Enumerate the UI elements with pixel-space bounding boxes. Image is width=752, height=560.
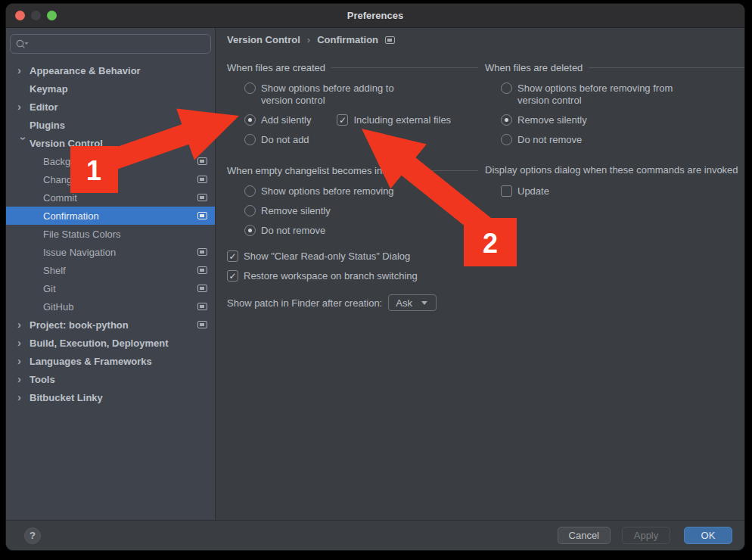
ok-button[interactable]: OK — [684, 527, 732, 544]
traffic-lights — [15, 11, 57, 20]
radio-selected-icon — [501, 114, 512, 126]
monitor-icon — [385, 36, 395, 44]
chevron-right-icon[interactable]: › — [17, 319, 30, 330]
sidebar-item-background[interactable]: Background — [6, 152, 215, 170]
sidebar-item-version-control[interactable]: ›Version Control — [6, 134, 215, 152]
checkbox-including-external-files[interactable]: Including external files — [337, 114, 451, 126]
monitor-icon — [197, 303, 207, 310]
checkbox-checked-icon — [227, 250, 238, 262]
checkbox-checked-icon — [227, 270, 238, 282]
preferences-window: Preferences ›Appearance & Behavior›Keyma… — [5, 3, 745, 551]
sidebar-item-keymap[interactable]: ›Keymap — [6, 79, 215, 98]
sidebar-item-label: File Status Colors — [43, 229, 121, 240]
monitor-icon — [197, 212, 207, 219]
help-button[interactable]: ? — [24, 527, 41, 544]
minimize-window-button[interactable] — [31, 11, 41, 20]
radio-icon — [501, 134, 512, 145]
radio-add-silently[interactable]: Add silently — [244, 114, 311, 126]
chevron-right-icon[interactable]: › — [17, 64, 30, 76]
section-title: When files are created — [227, 62, 325, 73]
checkbox-restore-workspace[interactable]: Restore workspace on branch switching — [227, 270, 478, 282]
radio-icon — [244, 185, 256, 197]
section-divider — [331, 67, 478, 68]
settings-tree: ›Appearance & Behavior›Keymap›Editor›Plu… — [6, 60, 215, 520]
sidebar-item-label: Version Control — [30, 138, 103, 149]
titlebar: Preferences — [6, 4, 744, 28]
dropdown-value: Ask — [396, 297, 412, 309]
breadcrumb-version-control[interactable]: Version Control — [227, 34, 300, 45]
monitor-icon — [197, 321, 207, 328]
sidebar-item-plugins[interactable]: ›Plugins — [6, 116, 215, 134]
monitor-icon — [197, 194, 207, 201]
radio-icon — [244, 82, 256, 94]
sidebar-item-commit[interactable]: Commit — [6, 188, 215, 207]
settings-search-box[interactable] — [10, 34, 211, 54]
radio-do-not-add[interactable]: Do not add — [227, 134, 478, 146]
radio-show-options-before-removing[interactable]: Show options before removing — [227, 185, 478, 198]
radio-do-not-remove-deleted[interactable]: Do not remove — [485, 134, 744, 146]
radio-icon — [244, 134, 256, 145]
apply-button[interactable]: Apply — [622, 527, 670, 544]
monitor-icon — [197, 157, 207, 165]
sidebar-item-issue-navigation[interactable]: Issue Navigation — [6, 243, 215, 261]
zoom-window-button[interactable] — [47, 11, 57, 20]
sidebar-item-label: Git — [43, 283, 56, 294]
sidebar-item-label: Plugins — [30, 120, 65, 131]
sidebar-item-label: Background — [43, 156, 95, 167]
section-title: When empty changelist becomes inactive — [227, 165, 408, 176]
radio-remove-silently[interactable]: Remove silently — [227, 205, 478, 217]
section-divider — [589, 67, 744, 68]
breadcrumb-confirmation: Confirmation — [317, 34, 378, 45]
sidebar-item-label: Project: book-python — [30, 319, 129, 331]
chevron-down-icon[interactable]: › — [18, 136, 30, 148]
radio-show-options-before-adding[interactable]: Show options before adding to version co… — [227, 82, 478, 107]
sidebar-item-editor[interactable]: ›Editor — [6, 98, 215, 116]
sidebar-item-shelf[interactable]: Shelf — [6, 261, 215, 279]
sidebar-item-languages-frameworks[interactable]: ›Languages & Frameworks — [6, 352, 215, 370]
radio-do-not-remove[interactable]: Do not remove — [227, 225, 478, 237]
patch-dropdown[interactable]: Ask — [388, 294, 437, 311]
search-icon — [15, 39, 30, 50]
section-divider — [414, 170, 478, 171]
sidebar-item-label: Confirmation — [43, 210, 99, 222]
sidebar-item-build-execution-deployment[interactable]: ›Build, Execution, Deployment — [6, 334, 215, 352]
monitor-icon — [197, 266, 207, 274]
radio-icon — [501, 82, 512, 94]
checkbox-checked-icon — [337, 114, 348, 126]
breadcrumb-separator: › — [307, 34, 310, 45]
settings-sidebar: ›Appearance & Behavior›Keymap›Editor›Plu… — [6, 28, 216, 520]
checkbox-unchecked-icon — [501, 185, 512, 197]
sidebar-item-github[interactable]: GitHub — [6, 297, 215, 316]
radio-remove-silently-deleted[interactable]: Remove silently — [485, 114, 744, 126]
sidebar-item-confirmation[interactable]: Confirmation — [6, 207, 215, 225]
close-window-button[interactable] — [15, 11, 25, 20]
sidebar-item-label: Editor — [30, 101, 58, 113]
settings-right-column: When files are deleted Show options befo… — [485, 61, 744, 205]
sidebar-item-label: Commit — [43, 192, 77, 204]
chevron-right-icon[interactable]: › — [17, 101, 30, 112]
sidebar-item-changelists[interactable]: Changelists — [6, 170, 215, 188]
sidebar-item-project-book-python[interactable]: ›Project: book-python — [6, 316, 215, 334]
chevron-right-icon[interactable]: › — [17, 337, 30, 348]
radio-icon — [244, 205, 256, 216]
sidebar-item-label: Bitbucket Linky — [30, 392, 103, 403]
checkbox-update[interactable]: Update — [485, 185, 744, 198]
chevron-right-icon[interactable]: › — [17, 355, 30, 366]
sidebar-item-git[interactable]: Git — [6, 279, 215, 297]
sidebar-item-bitbucket-linky[interactable]: ›Bitbucket Linky — [6, 388, 215, 406]
chevron-right-icon[interactable]: › — [17, 391, 30, 403]
sidebar-item-tools[interactable]: ›Tools — [6, 370, 215, 388]
cancel-button[interactable]: Cancel — [558, 527, 611, 544]
sidebar-item-label: Build, Execution, Deployment — [30, 338, 168, 349]
chevron-right-icon[interactable]: › — [17, 373, 30, 384]
sidebar-item-appearance-behavior[interactable]: ›Appearance & Behavior — [6, 61, 215, 79]
settings-main-panel: Version Control › Confirmation When file… — [216, 28, 744, 520]
chevron-down-icon — [421, 301, 427, 305]
monitor-icon — [197, 248, 207, 256]
search-input[interactable] — [33, 39, 206, 50]
sidebar-item-label: Appearance & Behavior — [30, 65, 141, 76]
checkbox-show-clear-readonly-dialog[interactable]: Show "Clear Read-only Status" Dialog — [227, 250, 478, 263]
radio-show-options-before-removing-deleted[interactable]: Show options before removing from versio… — [485, 82, 744, 107]
radio-selected-icon — [244, 225, 256, 236]
sidebar-item-file-status-colors[interactable]: File Status Colors — [6, 225, 215, 243]
